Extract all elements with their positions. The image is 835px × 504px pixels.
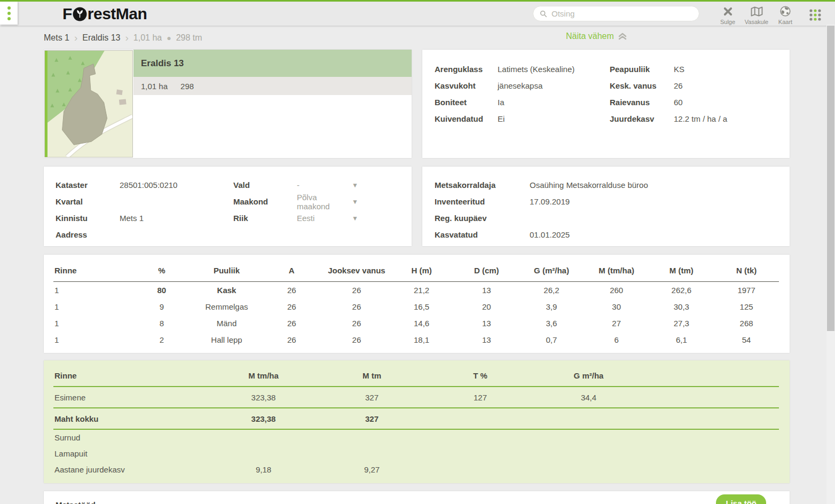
summary-column-header: Rinne (53, 367, 209, 387)
cell-rinne: 1 (53, 315, 129, 332)
field-label: Aadress (56, 230, 120, 239)
field-row: Peapuuliik KS (610, 61, 727, 77)
globe-icon (771, 6, 800, 17)
cell-a: 26 (259, 298, 324, 315)
summary-column-header: M tm (318, 367, 426, 387)
summary-volume-per-ha: 323,38 (209, 408, 318, 429)
field-row: Kvartal (56, 193, 233, 210)
summary-column-header: G m²/ha (534, 367, 643, 387)
dropdown-value: - (297, 180, 300, 190)
summary-header-row: Rinne M tm/ha M tm T % G m²/ha (53, 367, 779, 387)
breadcrumb-link-property[interactable]: Mets 1 (44, 33, 69, 43)
left-panel-button[interactable]: Vasakule (742, 3, 771, 25)
species-column-header: A (259, 264, 324, 282)
cell-volume: 30,3 (649, 298, 714, 315)
cell-basal-area: 3,6 (519, 315, 584, 332)
breadcrumb-link-stand[interactable]: Eraldis 13 (82, 33, 120, 43)
dropdown-field[interactable]: Vald - ▼ (233, 177, 400, 193)
species-column-header: M (tm/ha) (584, 264, 649, 282)
chevron-down-icon: ▼ (352, 198, 358, 206)
vertical-scrollbar[interactable] (826, 25, 835, 504)
field-value: 12.2 tm / ha / a (674, 114, 727, 123)
scrollbar-thumb[interactable] (827, 26, 834, 331)
species-table-row[interactable]: 1 8 Mänd 26 26 14,6 13 3,6 27 27,3 268 (53, 315, 779, 332)
summary-volume-per-ha: 9,18 (209, 461, 318, 477)
field-row: Reg. kuupäev (435, 210, 790, 226)
field-label: Inventeeritud (435, 197, 530, 206)
stand-title: Eraldis 13 (133, 50, 412, 77)
search-box (533, 6, 699, 21)
logo-text-suffix: restMan (88, 5, 147, 23)
field-row: Raievanus 60 (610, 94, 727, 111)
species-table-card: Rinne % Puuliik A Jooksev vanus H (m) D … (44, 255, 790, 353)
field-label: Kesk. vanus (610, 81, 674, 90)
summary-row-label: Maht kokku (53, 408, 209, 429)
summary-row-label: Aastane juurdekasv (53, 461, 209, 477)
field-row: Kataster 28501:005:0210 (56, 177, 233, 193)
summary-basal-area (534, 429, 643, 445)
field-row: Boniteet Ia (435, 94, 610, 111)
summary-t-percent (426, 461, 534, 477)
species-table-row[interactable]: 1 2 Hall lepp 26 26 18,1 13 0,7 6 6,1 54 (53, 332, 779, 348)
stand-summary-card: Eraldis 13 1,01 ha 298 (44, 50, 412, 158)
cell-height: 18,1 (389, 332, 454, 348)
species-table-header-row: Rinne % Puuliik A Jooksev vanus H (m) D … (53, 264, 779, 282)
stand-map-thumbnail[interactable] (44, 50, 133, 158)
chevron-right-icon: › (125, 33, 129, 43)
cell-rinne: 1 (53, 298, 129, 315)
species-table-row[interactable]: 1 9 Remmelgas 26 26 16,5 20 3,9 30 30,3 … (53, 298, 779, 315)
cell-species: Hall lepp (194, 332, 259, 348)
cell-count: 54 (714, 332, 779, 348)
apps-grid-button[interactable] (807, 7, 823, 23)
summary-table-row: Esimene 323,38 327 127 34,4 (53, 387, 779, 408)
species-column-header: D (cm) (454, 264, 519, 282)
stand-volume: 298 (180, 82, 194, 91)
cell-diameter: 13 (454, 332, 519, 348)
dot-separator-icon: ● (167, 34, 171, 42)
cell-volume: 6,1 (649, 332, 714, 348)
field-value: Osaühing Metsakorralduse büroo (530, 180, 648, 190)
forest-works-title: Metsatööd (56, 500, 790, 504)
cell-volume-per-ha: 30 (584, 298, 649, 315)
field-value: 26 (674, 81, 683, 90)
kebab-dot-icon (7, 6, 11, 10)
species-column-header: N (tk) (714, 264, 779, 282)
field-label: Boniteet (435, 98, 498, 107)
summary-table-row: Surnud (53, 429, 779, 445)
map-view-button[interactable]: Kaart (771, 3, 800, 25)
summary-volume (318, 445, 426, 461)
dropdown-field[interactable]: Riik Eesti ▼ (233, 210, 400, 226)
field-row: Kesk. vanus 26 (610, 77, 727, 94)
chevron-down-icon: ▼ (352, 182, 358, 189)
field-label: Maakond (233, 197, 297, 206)
app-logo[interactable]: F restMan (62, 5, 147, 23)
stand-info-left-column: Arenguklass Latimets (Keskealine) Kasvuk… (435, 61, 610, 158)
search-input[interactable] (552, 9, 694, 18)
species-column-header: G (m²/ha) (519, 264, 584, 282)
field-label: Kinnistu (56, 214, 120, 223)
show-less-link[interactable]: Näita vähem (566, 32, 627, 41)
field-label: Juurdekasv (610, 114, 674, 123)
summary-volume: 327 (318, 408, 426, 429)
forest-works-card: Metsatööd Lisa töö (44, 491, 790, 504)
stand-area: 1,01 ha (141, 82, 168, 91)
field-label: Kasvatatud (435, 230, 530, 239)
cell-count: 1977 (714, 282, 779, 298)
cell-diameter: 20 (454, 298, 519, 315)
species-table-row[interactable]: 1 80 Kask 26 26 21,2 13 26,2 260 262,6 1… (53, 282, 779, 298)
stand-info-right-column: Peapuuliik KS Kesk. vanus 26 Raievanus 6… (610, 61, 727, 158)
cadastre-left-column: Kataster 28501:005:0210 Kvartal Kinnistu… (56, 177, 233, 246)
cell-height: 14,6 (389, 315, 454, 332)
breadcrumb-area: 1,01 ha (133, 33, 162, 43)
summary-volume (318, 429, 426, 445)
field-label: Kasvukoht (435, 81, 498, 90)
dropdown-field[interactable]: Maakond Põlva maakond ▼ (233, 193, 400, 210)
cell-basal-area: 26,2 (519, 282, 584, 298)
cell-basal-area: 0,7 (519, 332, 584, 348)
field-value: 01.01.2025 (530, 230, 570, 239)
add-work-button[interactable]: Lisa töö (716, 494, 766, 504)
cell-percent: 9 (129, 298, 194, 315)
menu-kebab-button[interactable] (0, 2, 18, 25)
field-label: Riik (233, 214, 297, 223)
close-button[interactable]: Sulge (713, 3, 742, 25)
